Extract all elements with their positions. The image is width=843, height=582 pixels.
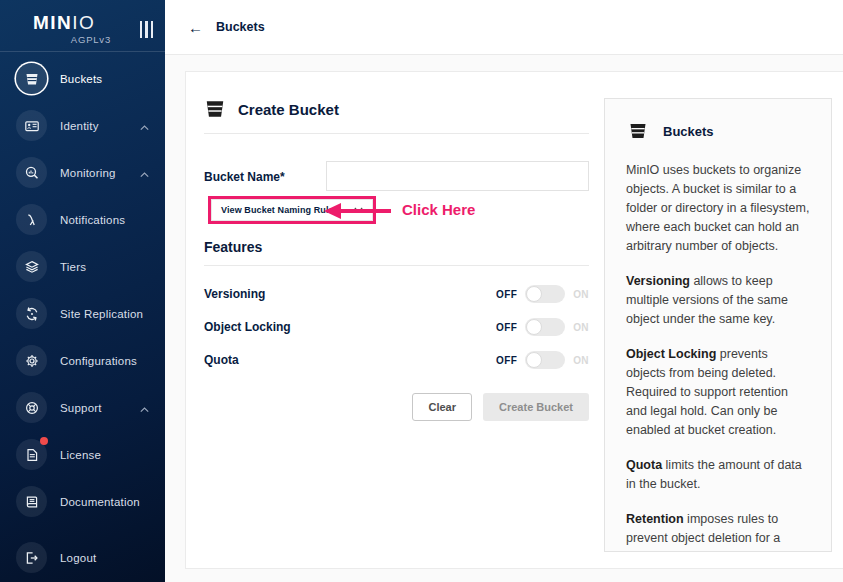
- features-heading: Features: [204, 239, 589, 255]
- versioning-toggle[interactable]: [525, 285, 565, 303]
- lambda-icon: [16, 204, 47, 235]
- identity-card-icon: [16, 110, 47, 141]
- logo-text-bold: MIN: [33, 12, 72, 33]
- sidebar-item-label: Notifications: [60, 214, 125, 226]
- bucket-icon: [628, 121, 648, 141]
- annotation-click-here-label: Click Here: [402, 201, 475, 218]
- on-label: ON: [573, 289, 589, 300]
- toggle-knob: [526, 319, 542, 335]
- license-edition-label: AGPLv3: [33, 34, 111, 45]
- sidebar-item-monitoring[interactable]: Monitoring: [0, 149, 165, 196]
- sidebar-item-label: Monitoring: [60, 167, 116, 179]
- sidebar-item-label: Support: [60, 402, 102, 414]
- divider: [204, 133, 589, 134]
- info-paragraph: Retention imposes rules to prevent objec…: [626, 510, 810, 552]
- main-area: ← Buckets Create Bucket: [165, 0, 843, 582]
- quota-toggle[interactable]: [525, 351, 565, 369]
- naming-rules-row: View Bucket Naming Rules Click Here: [204, 196, 589, 226]
- form-title-row: Create Bucket: [204, 72, 589, 120]
- clear-button[interactable]: Clear: [412, 393, 472, 421]
- info-panel-header: Buckets: [626, 121, 810, 141]
- sidebar: MINIO AGPLv3 Buckets: [0, 0, 165, 582]
- bucket-icon: [204, 98, 226, 120]
- sidebar-item-label: Logout: [60, 552, 96, 564]
- object-locking-row: Object Locking OFF ON: [204, 318, 589, 336]
- license-alert-badge: [40, 437, 48, 445]
- info-panel-title: Buckets: [663, 124, 714, 139]
- breadcrumb[interactable]: Buckets: [216, 20, 265, 34]
- versioning-label: Versioning: [204, 287, 265, 301]
- chevron-up-icon[interactable]: [140, 399, 149, 417]
- sidebar-item-label: Documentation: [60, 496, 140, 508]
- object-locking-label: Object Locking: [204, 320, 291, 334]
- license-document-icon: [16, 439, 47, 470]
- logout-icon: [16, 542, 47, 573]
- quota-row: Quota OFF ON: [204, 351, 589, 369]
- object-locking-toggle[interactable]: [525, 318, 565, 336]
- page-header: ← Buckets: [165, 0, 843, 55]
- info-paragraph: Quota limits the amount of data in the b…: [626, 456, 810, 494]
- sync-arrows-icon: [16, 298, 47, 329]
- sidebar-item-support[interactable]: Support: [0, 384, 165, 431]
- toggle-knob: [526, 352, 542, 368]
- bucket-name-input[interactable]: [326, 161, 589, 191]
- lifebuoy-icon: [16, 392, 47, 423]
- sidebar-nav: Buckets Identity: [0, 52, 165, 582]
- chevron-up-icon[interactable]: [140, 117, 149, 135]
- sidebar-item-documentation[interactable]: Documentation: [0, 478, 165, 525]
- sidebar-item-site-replication[interactable]: Site Replication: [0, 290, 165, 337]
- chevron-up-icon[interactable]: [140, 164, 149, 182]
- sidebar-item-identity[interactable]: Identity: [0, 102, 165, 149]
- create-bucket-card: Create Bucket Bucket Name* View Bucket N…: [185, 71, 843, 569]
- sidebar-item-configurations[interactable]: Configurations: [0, 337, 165, 384]
- annotation-arrow-icon: [324, 203, 341, 219]
- sidebar-header: MINIO AGPLv3: [0, 0, 165, 52]
- gear-icon: [16, 345, 47, 376]
- on-label: ON: [573, 322, 589, 333]
- toggle-knob: [526, 286, 542, 302]
- book-icon: [16, 486, 47, 517]
- minio-console: MINIO AGPLv3 Buckets: [0, 0, 843, 582]
- quota-label: Quota: [204, 353, 239, 367]
- off-label: OFF: [496, 355, 517, 366]
- sidebar-item-label: Tiers: [60, 261, 86, 273]
- sidebar-item-label: Configurations: [60, 355, 137, 367]
- versioning-row: Versioning OFF ON: [204, 285, 589, 303]
- form-actions: Clear Create Bucket: [204, 393, 589, 421]
- info-paragraph: Object Locking prevents objects from bei…: [626, 345, 810, 440]
- sidebar-item-label: Identity: [60, 120, 99, 132]
- divider: [204, 265, 589, 266]
- sidebar-item-label: Buckets: [60, 73, 102, 85]
- sidebar-item-notifications[interactable]: Notifications: [0, 196, 165, 243]
- create-bucket-button[interactable]: Create Bucket: [483, 393, 589, 421]
- bucket-icon: [16, 63, 47, 94]
- sidebar-item-tiers[interactable]: Tiers: [0, 243, 165, 290]
- off-label: OFF: [496, 322, 517, 333]
- bucket-name-label: Bucket Name*: [204, 161, 326, 191]
- sidebar-item-label: Site Replication: [60, 308, 143, 320]
- back-arrow-icon[interactable]: ←: [188, 20, 203, 35]
- monitoring-magnifier-icon: [16, 157, 47, 188]
- off-label: OFF: [496, 289, 517, 300]
- layers-icon: [16, 251, 47, 282]
- sidebar-item-logout[interactable]: Logout: [0, 534, 165, 581]
- sidebar-item-label: License: [60, 449, 101, 461]
- buckets-info-panel: Buckets MinIO uses buckets to organize o…: [604, 98, 832, 552]
- page-title: Create Bucket: [238, 101, 339, 118]
- bucket-name-field-row: Bucket Name*: [204, 161, 589, 191]
- collapse-menu-icon[interactable]: [140, 21, 154, 38]
- view-naming-rules-label: View Bucket Naming Rules: [221, 205, 339, 215]
- info-paragraph: Versioning allows to keep multiple versi…: [626, 272, 810, 329]
- sidebar-item-buckets[interactable]: Buckets: [0, 55, 165, 102]
- annotation-arrow-line: [340, 209, 391, 213]
- info-paragraph: MinIO uses buckets to organize objects. …: [626, 161, 810, 256]
- on-label: ON: [573, 355, 589, 366]
- sidebar-item-license[interactable]: License: [0, 431, 165, 478]
- create-bucket-form: Create Bucket Bucket Name* View Bucket N…: [204, 72, 589, 421]
- logo-text-light: IO: [72, 12, 95, 33]
- content-area: Create Bucket Bucket Name* View Bucket N…: [165, 55, 843, 582]
